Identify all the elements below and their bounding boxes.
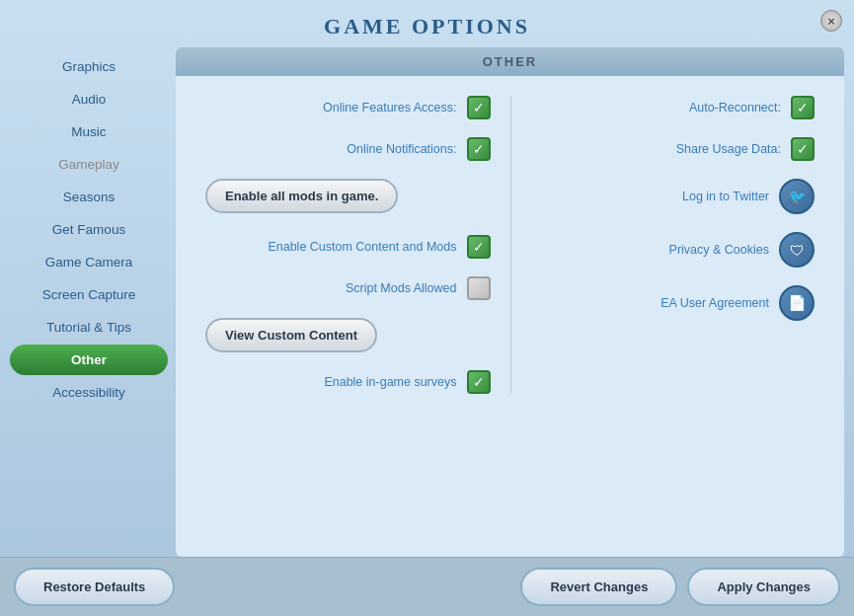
auto-reconnect-row: Auto-Reconnect: ✓ (531, 96, 815, 119)
check-icon-6: ✓ (797, 141, 809, 157)
script-mods-row: Script Mods Allowed (205, 276, 491, 300)
left-column: Online Features Access: ✓ Online Notific… (205, 96, 510, 394)
game-options-window: Game Options × Graphics Audio Music Game… (0, 0, 854, 616)
enable-custom-content-row: Enable Custom Content and Mods ✓ (205, 235, 491, 259)
enable-custom-content-label: Enable Custom Content and Mods (205, 239, 457, 255)
sidebar-item-seasons[interactable]: Seasons (10, 182, 168, 212)
surveys-label: Enable in-game surveys (205, 374, 457, 390)
restore-defaults-button[interactable]: Restore Defaults (14, 568, 175, 606)
online-notifications-checkbox[interactable]: ✓ (467, 137, 491, 161)
auto-reconnect-label: Auto-Reconnect: (531, 100, 782, 116)
share-usage-label: Share Usage Data: (531, 141, 782, 157)
surveys-checkbox[interactable]: ✓ (467, 370, 491, 394)
online-features-checkbox[interactable]: ✓ (467, 96, 491, 119)
online-notifications-label: Online Notifications: (205, 141, 457, 157)
sidebar-item-graphics[interactable]: Graphics (10, 51, 168, 82)
online-notifications-row: Online Notifications: ✓ (205, 137, 491, 161)
sidebar-item-accessibility[interactable]: Accessibility (10, 377, 168, 408)
privacy-row: Privacy & Cookies 🛡 (531, 232, 815, 268)
online-features-row: Online Features Access: ✓ (205, 96, 491, 119)
bottom-bar: Restore Defaults Revert Changes Apply Ch… (0, 557, 854, 616)
sidebar-item-gameplay[interactable]: Gameplay (10, 149, 168, 180)
content-panel: Other Online Features Access: ✓ Online N… (176, 47, 844, 557)
apply-changes-button[interactable]: Apply Changes (687, 568, 840, 606)
twitter-login-label: Log in to Twitter (531, 190, 770, 203)
enable-mods-button[interactable]: Enable all mods in game. (205, 179, 398, 213)
revert-changes-button[interactable]: Revert Changes (520, 568, 677, 606)
privacy-label: Privacy & Cookies (531, 243, 770, 257)
online-features-label: Online Features Access: (205, 100, 457, 116)
shield-icon: 🛡 (790, 242, 805, 259)
ea-agreement-button[interactable]: 📄 (779, 285, 815, 321)
right-column: Auto-Reconnect: ✓ Share Usage Data: ✓ (510, 96, 815, 394)
sidebar-item-screen-capture[interactable]: Screen Capture (10, 279, 168, 310)
document-icon: 📄 (788, 294, 807, 312)
sidebar-item-tutorial-tips[interactable]: Tutorial & Tips (10, 312, 168, 343)
enable-custom-content-checkbox[interactable]: ✓ (467, 235, 491, 259)
share-usage-checkbox[interactable]: ✓ (791, 137, 815, 161)
section-body: Online Features Access: ✓ Online Notific… (176, 76, 844, 557)
view-custom-content-row: View Custom Content (205, 318, 491, 352)
twitter-login-row: Log in to Twitter 🐦 (531, 179, 815, 214)
window-title: Game Options (0, 14, 854, 39)
privacy-button[interactable]: 🛡 (779, 232, 815, 268)
ea-agreement-label: EA User Agreement (531, 296, 770, 310)
twitter-button[interactable]: 🐦 (779, 179, 815, 214)
check-icon-3: ✓ (473, 239, 485, 255)
check-icon-4: ✓ (473, 374, 485, 390)
surveys-row: Enable in-game surveys ✓ (205, 370, 491, 394)
sidebar-item-audio[interactable]: Audio (10, 84, 168, 115)
main-area: Graphics Audio Music Gameplay Seasons Ge… (0, 47, 854, 557)
section-header: Other (176, 47, 844, 76)
close-button[interactable]: × (820, 10, 842, 32)
bottom-right-buttons: Revert Changes Apply Changes (520, 568, 840, 606)
check-icon-2: ✓ (473, 141, 485, 157)
sidebar-item-music[interactable]: Music (10, 116, 168, 147)
sidebar-item-other[interactable]: Other (10, 345, 168, 375)
sidebar-item-game-camera[interactable]: Game Camera (10, 247, 168, 277)
check-icon-5: ✓ (797, 100, 809, 116)
view-custom-content-button[interactable]: View Custom Content (205, 318, 377, 352)
enable-mods-row: Enable all mods in game. (205, 179, 491, 213)
check-icon: ✓ (473, 100, 485, 116)
twitter-icon: 🐦 (789, 189, 806, 204)
auto-reconnect-checkbox[interactable]: ✓ (791, 96, 815, 119)
script-mods-label: Script Mods Allowed (205, 280, 457, 296)
share-usage-row: Share Usage Data: ✓ (531, 137, 815, 161)
title-bar: Game Options × (0, 0, 854, 47)
ea-agreement-row: EA User Agreement 📄 (531, 285, 815, 321)
sidebar-item-get-famous[interactable]: Get Famous (10, 214, 168, 245)
sidebar: Graphics Audio Music Gameplay Seasons Ge… (10, 47, 168, 557)
script-mods-checkbox[interactable] (467, 276, 491, 300)
